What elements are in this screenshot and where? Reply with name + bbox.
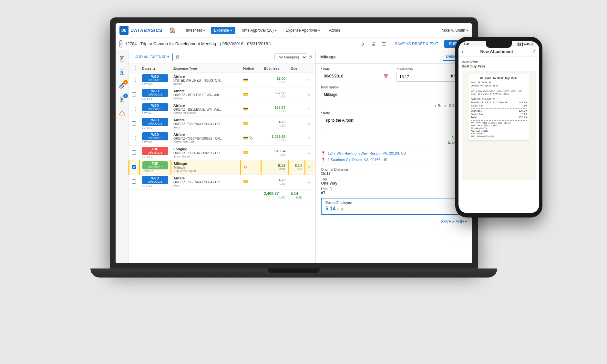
panel-body: Date 06/05/2018 📅 Business 15.17 xyxy=(316,64,472,263)
phone-dots-icon[interactable]: ··· xyxy=(529,49,532,54)
grouping-select-area: No Grouping ↺ xyxy=(274,53,312,61)
total-due: 5.14 xyxy=(291,191,302,196)
sidebar-attachment-icon[interactable]: 1 xyxy=(118,81,127,90)
nav-admin[interactable]: Admin xyxy=(326,27,343,34)
row-checkbox[interactable] xyxy=(132,179,136,184)
row-menu[interactable]: ≡ xyxy=(307,121,310,126)
line-id-value: #7 xyxy=(321,191,325,195)
sidebar-edit-icon[interactable] xyxy=(118,68,127,77)
credit-icon: 💳 xyxy=(243,150,248,155)
col-dates[interactable]: Dates ▲ xyxy=(139,64,171,73)
net-total-row: Net Total 5.14 USD xyxy=(321,135,467,145)
receipt-approval: Approval #461O1 xyxy=(471,130,527,132)
sidebar-report-icon[interactable]: 8 xyxy=(118,95,127,104)
description-label: Description xyxy=(321,86,467,89)
sidebar-doc-icon[interactable] xyxy=(118,54,127,63)
phone-check-button[interactable]: ✓ xyxy=(532,48,536,55)
phone-desc-value: Best buy #297 xyxy=(462,64,536,68)
row-checkbox[interactable] xyxy=(132,107,136,111)
row-checkbox[interactable] xyxy=(132,92,136,96)
sidebar-warning-icon[interactable] xyxy=(118,108,127,117)
delete-button[interactable]: 🗑 xyxy=(175,54,180,60)
phone-screen-title: New Attachment xyxy=(465,49,529,54)
address-from-row: 📍 1247 Wild Hawthorn Way, Reston, VA, 20… xyxy=(321,151,467,156)
map-pin-from-icon: 📍 xyxy=(321,151,326,156)
date-cell: WED 05/30/2018 xyxy=(142,176,169,184)
row-menu[interactable]: ≡ xyxy=(307,106,310,112)
back-button[interactable]: ‹ xyxy=(119,40,122,47)
row-menu[interactable]: ≡ xyxy=(307,136,310,141)
row-checkbox[interactable] xyxy=(132,165,136,169)
row-checkbox[interactable] xyxy=(132,136,136,140)
grouping-dropdown[interactable]: No Grouping xyxy=(274,53,307,61)
logo-icon: DB xyxy=(119,26,129,35)
laptop-notch xyxy=(268,268,320,273)
add-expense-button[interactable]: ADD AN EXPENSE ▾ xyxy=(132,53,173,61)
app-logo: DB DATABASICS xyxy=(119,26,163,35)
save-draft-button[interactable]: SAVE AS DRAFT & EXIT xyxy=(391,40,442,48)
receipt-paper: Welcome To Best Buy #297 1901 TRIGGER ST… xyxy=(468,74,530,140)
date-label: Date xyxy=(321,67,391,71)
panel-header: Mileage Details ✕ xyxy=(316,50,472,64)
row-checkbox[interactable] xyxy=(132,121,136,126)
nav-timesheet[interactable]: Timesheet ▾ xyxy=(181,27,208,34)
table-row-mileage[interactable]: TUE 06/05/2018 12784-7 Mileage Mileage xyxy=(129,160,316,175)
phone-signal-icon: ▐▐▐ WiFi 🔋 xyxy=(517,43,534,46)
date-cell: WED 05/30/2018 xyxy=(142,74,169,82)
description-field-group: Description Mileage xyxy=(321,86,467,100)
row-menu[interactable]: ≡ xyxy=(308,165,311,170)
print-btn[interactable]: 🖨 xyxy=(369,39,378,48)
expense-toolbar: ADD AN EXPENSE ▾ 🗑 No Grouping ↺ xyxy=(129,50,315,64)
row-menu[interactable]: ≡ xyxy=(307,77,310,83)
trip-value: One Way xyxy=(321,181,337,186)
refresh-button[interactable]: ↺ xyxy=(308,55,312,60)
table-row[interactable]: WED 05/30/2018 12784-2 Airfare ORBITZ+73… xyxy=(129,116,316,131)
note-input[interactable]: Trip to the Airport xyxy=(321,116,467,132)
row-menu[interactable]: ≡ xyxy=(307,92,310,97)
expense-list-area: ADD AN EXPENSE ▾ 🗑 No Grouping ↺ xyxy=(129,50,316,263)
table-row[interactable]: WED 05/30/2018 12784-5 Airfare ORBITZ - … xyxy=(129,87,316,102)
xrate-label: x Rate xyxy=(435,104,446,108)
due-employee-box: Due to Employee 5.14 USD xyxy=(321,198,467,215)
nav-expense[interactable]: Expense ▾ xyxy=(211,27,235,34)
home-icon[interactable]: 🏠 xyxy=(169,27,176,33)
menu-btn[interactable]: ☰ xyxy=(380,39,389,48)
receipt-mode: MODE Issuer xyxy=(471,132,527,135)
date-cell: TUE 06/05/2018 xyxy=(142,161,168,169)
table-row[interactable]: THU 05/31/2018 12784-3 Lodging ORBITZ+73… xyxy=(129,146,316,160)
address-to-row: 📍 1 Saarinen Cir, Dulles, VA, 20166, US xyxy=(321,157,467,162)
note-field-group: Note Trip to the Airport xyxy=(321,111,467,132)
col-due: Due xyxy=(288,64,305,73)
user-name[interactable]: Mike V. Smith ▾ xyxy=(442,28,468,33)
col-business: Business xyxy=(261,64,288,73)
row-menu[interactable]: ≡ xyxy=(307,150,310,155)
save-add-button[interactable]: SAVE & ADD ▾ xyxy=(441,219,467,224)
nav-expense-approval[interactable]: Expense Approval ▾ xyxy=(283,27,323,34)
row-menu[interactable]: ≡ xyxy=(307,179,310,184)
calendar-icon: 📅 xyxy=(384,74,388,78)
table-row[interactable]: WED 05/30/2018 12784-2 Airfare ORBITZ+73… xyxy=(129,175,316,189)
description-input[interactable]: Mileage xyxy=(321,90,467,100)
alert-icon-btn[interactable]: ⊙ xyxy=(358,39,367,48)
receipt-item-1: IPHONE XS BCKLT 9 Y IPHO PR129.99 xyxy=(471,101,527,105)
totals-row: 2,409.37 USD 5.14 USD xyxy=(129,189,316,201)
select-all-checkbox[interactable] xyxy=(132,66,136,70)
table-row[interactable]: WED 05/30/2018 12784-4 Airfare ORBITZ - … xyxy=(129,102,316,116)
date-input[interactable]: 06/05/2018 📅 xyxy=(321,72,391,80)
nav-time-approval[interactable]: Time Approval (20) ▾ xyxy=(238,27,280,34)
phone-back-button[interactable]: ‹ xyxy=(462,49,463,55)
phone-body: 9:41 ▐▐▐ WiFi 🔋 ‹ New Attachment ··· ✓ D… xyxy=(455,37,542,217)
table-row[interactable]: WED 05/30/2018 12784-1 Airfare ORBITZ+73… xyxy=(129,131,316,146)
row-checkbox[interactable] xyxy=(132,150,136,155)
receipt-tax: Sales Tax7.80 xyxy=(471,113,527,116)
row-checkbox[interactable] xyxy=(132,78,136,82)
date-business-row: Date 06/05/2018 📅 Business 15.17 xyxy=(321,67,467,82)
top-navbar: DB DATABASICS 🏠 Timesheet ▾ Expense ▾ Ti… xyxy=(116,23,472,37)
credit-icon: 💳 xyxy=(243,136,248,140)
logo-text: DATABASICS xyxy=(130,28,163,33)
credit-icon: 💳 xyxy=(243,78,248,82)
table-row[interactable]: WED 05/30/2018 12784-6 Airfare UNITED AI… xyxy=(129,73,316,87)
breadcrumb-bar: ‹ 12784 - Trip to Canada for Development… xyxy=(116,37,472,50)
phone-notch xyxy=(486,41,512,48)
main-content: 1 8 ADD AN EXPENSE ▾ xyxy=(116,50,472,263)
